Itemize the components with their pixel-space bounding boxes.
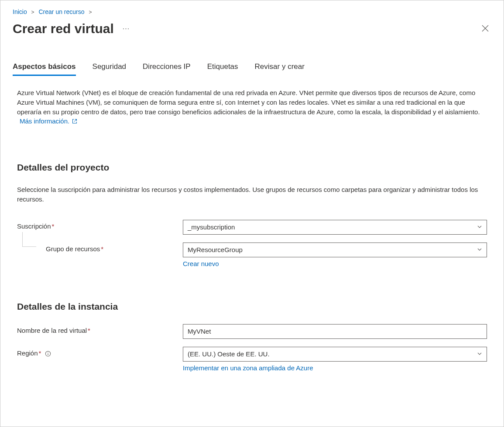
learn-more-label: Más información. [20,117,69,125]
svg-point-5 [48,352,48,352]
region-select[interactable]: (EE. UU.) Oeste de EE. UU. [183,347,487,362]
resource-group-label: Grupo de recursos* [17,243,183,253]
tab-basics[interactable]: Aspectos básicos [13,62,76,76]
close-icon [482,25,489,32]
resource-group-select[interactable]: MyResourceGroup [183,243,487,257]
tab-ip-addresses[interactable]: Direcciones IP [143,62,191,76]
intro-description: Azure Virtual Network (VNet) es el bloqu… [17,88,487,116]
chevron-right-icon: > [89,9,92,15]
breadcrumb: Inicio > Crear un recurso > [13,8,491,15]
page-title: Crear red virtual [13,21,114,36]
tab-list: Aspectos básicos Seguridad Direcciones I… [13,62,491,76]
required-indicator: * [101,245,103,253]
subscription-select[interactable]: _mysubscription [183,220,487,235]
chevron-right-icon: > [31,9,34,15]
more-actions-button[interactable]: ··· [121,23,131,34]
breadcrumb-home[interactable]: Inicio [13,8,27,15]
required-indicator: * [39,349,41,357]
svg-line-2 [74,119,76,121]
indent-connector [22,232,36,247]
vnet-name-label: Nombre de la red virtual* [17,324,183,334]
project-details-heading: Detalles del proyecto [17,162,487,173]
tab-review-create[interactable]: Revisar y crear [255,62,305,76]
vnet-name-value: MyVNet [188,328,211,335]
external-link-icon [72,119,77,124]
required-indicator: * [52,222,55,230]
region-label: Región* [17,347,183,357]
chevron-down-icon [477,350,482,358]
close-button[interactable] [479,22,491,36]
extended-zone-link[interactable]: Implementar en una zona ampliada de Azur… [183,364,313,372]
resource-group-value: MyResourceGroup [188,246,243,253]
subscription-label: Suscripción* [17,220,183,230]
vnet-name-input[interactable]: MyVNet [183,324,487,339]
tab-tags[interactable]: Etiquetas [207,62,238,76]
project-details-description: Seleccione la suscripción para administr… [17,185,487,204]
tab-security[interactable]: Seguridad [93,62,127,76]
create-new-resource-group-link[interactable]: Crear nuevo [183,260,219,267]
region-value: (EE. UU.) Oeste de EE. UU. [188,350,270,358]
learn-more-link[interactable]: Más información. [20,117,77,125]
required-indicator: * [88,327,90,334]
breadcrumb-create-resource[interactable]: Crear un recurso [38,8,84,15]
instance-details-heading: Detalles de la instancia [17,301,487,312]
chevron-down-icon [477,223,482,231]
subscription-value: _mysubscription [188,223,235,231]
info-icon[interactable] [45,351,51,357]
chevron-down-icon [477,246,482,253]
